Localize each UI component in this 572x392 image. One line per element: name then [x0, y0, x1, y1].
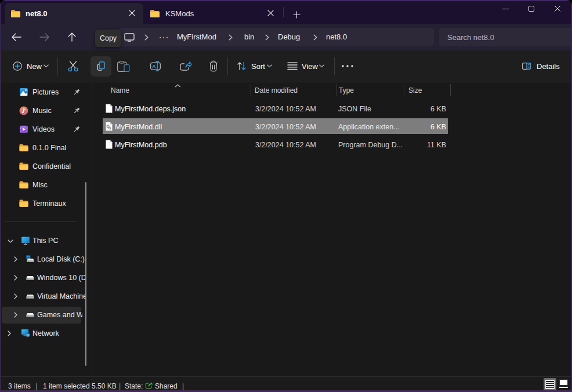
svg-text:A: A — [152, 63, 156, 70]
